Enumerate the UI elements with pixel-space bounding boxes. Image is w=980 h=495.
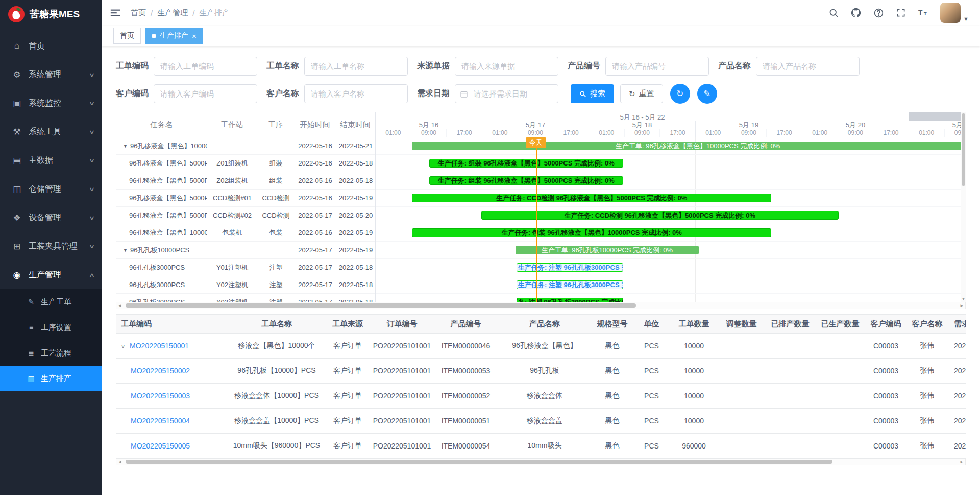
filter-input-r1-2[interactable]	[455, 57, 558, 76]
sidebar-item-system[interactable]: ⚙系统管理∨	[0, 60, 102, 89]
orders-row[interactable]: MO20220515000296孔孔板【10000】PCS客户订单PO20220…	[116, 359, 966, 384]
submenu-item-schedule[interactable]: ▦生产排产	[0, 366, 102, 391]
sidebar-item-equipment[interactable]: ❖设备管理∨	[0, 203, 102, 232]
gantt-bar[interactable]: 生产任务: CCD检测 96孔移液盒【黑色】5000PCS 完成比例: 0%	[481, 211, 839, 220]
sidebar-item-production[interactable]: ◉生产管理∧	[0, 261, 102, 289]
sidebar-item-home[interactable]: ⌂首页	[0, 32, 102, 60]
orders-row[interactable]: MO20220515000510mm吸头【960000】PCS客户订单PO202…	[116, 434, 966, 459]
breadcrumb-item[interactable]: 生产管理	[157, 8, 188, 18]
font-size-icon[interactable]: TT	[917, 6, 930, 19]
filter-input-r1-0[interactable]	[154, 57, 257, 76]
gantt-bar[interactable]: 生产任务: 包装 96孔移液盒【黑色】10000PCS 完成比例: 0%	[412, 228, 771, 237]
app-logo[interactable]: 苦糖果MES	[0, 0, 102, 29]
scrollbar-track[interactable]	[124, 303, 958, 309]
search-button[interactable]: 搜索	[571, 84, 614, 103]
filter-input-r1-3[interactable]	[605, 57, 709, 76]
expand-caret-icon[interactable]: ∨	[121, 343, 125, 350]
help-icon[interactable]	[872, 6, 885, 19]
gantt-bar[interactable]: 生产任务: 注塑 96孔孔板3000PCS 完成比例: 0%	[517, 280, 623, 289]
task-cell: 2022-05-18	[336, 177, 375, 184]
submenu-item-flow[interactable]: ≣工艺流程	[0, 340, 102, 366]
search-icon[interactable]	[827, 6, 840, 19]
scroll-left-arrow[interactable]: ◄	[116, 303, 124, 308]
gantt-task-row[interactable]: 96孔移液盒【黑色】5000PCSZ02组装机组装2022-05-162022-…	[116, 172, 375, 190]
gantt-task-row[interactable]: 96孔移液盒【黑色】5000PCSCCD检测#01CCD检测2022-05-16…	[116, 190, 375, 207]
sidebar-item-tools[interactable]: ⚒系统工具∨	[0, 117, 102, 146]
scroll-left-arrow[interactable]: ◄	[116, 460, 124, 464]
tab-home[interactable]: 首页	[113, 28, 141, 44]
gantt-day-label: 5月 16	[376, 121, 482, 129]
filter-input-r2-0[interactable]	[154, 84, 257, 103]
gantt-bar[interactable]: 生产任务: 组装 96孔移液盒【黑色】5000PCS 完成比例: 0%	[429, 159, 623, 168]
filter-field-r1-3: 产品编号	[568, 57, 709, 76]
gantt-task-row[interactable]: 96孔移液盒【黑色】5000PCSCCD检测#02CCD检测2022-05-17…	[116, 207, 375, 224]
gantt-task-row[interactable]: 96孔孔板3000PCSY03注塑机注塑2022-05-172022-05-18	[116, 294, 375, 302]
sidebar-item-masterdata[interactable]: ▤主数据∨	[0, 146, 102, 175]
gantt-horizontal-scrollbar[interactable]: ◄ ►	[116, 302, 966, 309]
gantt-range-filler	[909, 112, 961, 121]
filter-input-r1-4[interactable]	[756, 57, 860, 76]
orders-horizontal-scrollbar[interactable]: ◄ ►	[116, 459, 966, 465]
scrollbar-thumb[interactable]	[126, 303, 636, 308]
filter-input-r1-1[interactable]	[304, 57, 408, 76]
orders-row[interactable]: ∨MO202205150001移液盒【黑色】10000个客户订单PO202205…	[116, 334, 966, 359]
gantt-vertical-scrollbar[interactable]: ▼	[961, 112, 966, 302]
gantt-task-row[interactable]: 96孔移液盒【黑色】10000PCS包装机包装2022-05-162022-05…	[116, 224, 375, 242]
orders-row[interactable]: MO202205150004移液盒盒盖【10000】PCS客户订单PO20220…	[116, 409, 966, 434]
close-icon[interactable]: ×	[192, 32, 197, 40]
collapse-caret-icon[interactable]: ▼	[123, 144, 128, 149]
workorder-link[interactable]: MO202205150005	[131, 442, 190, 450]
fullscreen-icon[interactable]	[894, 6, 908, 19]
orders-cell: C00003	[865, 409, 906, 434]
reset-button[interactable]: ↻ 重置	[620, 84, 663, 103]
sidebar-item-monitor[interactable]: ▣系统监控∨	[0, 89, 102, 117]
breadcrumb-item[interactable]: 首页	[131, 8, 146, 18]
main-area: 首页/生产管理/生产排产 TT ▼ 首页生产排产× 工单编码工单名称来源单据产品…	[102, 0, 980, 495]
gantt-bar[interactable]: 生产任务: 注塑 96孔孔板3000PCS 完成比例: 0%	[517, 298, 623, 302]
orders-cell	[765, 434, 815, 459]
workorder-link[interactable]: MO202205150002	[131, 367, 190, 375]
gantt-bar[interactable]: 生产工单: 96孔移液盒【黑色】10000PCS 完成比例: 0%	[412, 142, 961, 150]
topbar: 首页/生产管理/生产排产 TT ▼	[102, 0, 980, 26]
avatar[interactable]	[940, 3, 961, 23]
filter-field-r1-4: 产品名称	[718, 57, 860, 76]
workorder-code-cell: MO202205150004	[116, 409, 228, 434]
gantt-task-row[interactable]: ▼96孔移液盒【黑色】10000PCS2022-05-162022-05-21	[116, 137, 375, 155]
hamburger-icon[interactable]	[102, 0, 129, 26]
scroll-right-arrow[interactable]: ►	[958, 460, 965, 464]
filter-input-r2-1[interactable]	[304, 84, 408, 103]
scrollbar-track[interactable]	[124, 459, 958, 465]
user-menu[interactable]: ▼	[940, 3, 969, 23]
tab-schedule[interactable]: 生产排产×	[145, 28, 203, 44]
sidebar-item-fixture[interactable]: ⊞工装夹具管理∨	[0, 232, 102, 261]
scroll-down-arrow[interactable]: ▼	[961, 296, 966, 302]
workorder-link[interactable]: MO202205150001	[130, 342, 189, 350]
gantt-bar[interactable]: 生产任务: CCD检测 96孔移液盒【黑色】5000PCS 完成比例: 0%	[412, 194, 771, 202]
gantt-task-row[interactable]: 96孔移液盒【黑色】5000PCSZ01组装机组装2022-05-162022-…	[116, 155, 375, 172]
github-icon[interactable]	[849, 6, 863, 19]
orders-cell: 客户订单	[325, 334, 370, 359]
edit-circle-button[interactable]: ✎	[697, 84, 717, 104]
process-icon: ≡	[27, 323, 36, 332]
submenu-item-process[interactable]: ≡工序设置	[0, 315, 102, 340]
sidebar: 苦糖果MES ⌂首页⚙系统管理∨▣系统监控∨⚒系统工具∨▤主数据∨◫仓储管理∨❖…	[0, 0, 102, 495]
workorder-link[interactable]: MO202205150003	[131, 392, 190, 400]
scroll-right-arrow[interactable]: ►	[958, 303, 965, 308]
orders-cell: PCS	[633, 409, 670, 434]
orders-row[interactable]: MO202205150003移液盒盒体【10000】PCS客户订单PO20220…	[116, 384, 966, 409]
gantt-task-row[interactable]: 96孔孔板3000PCSY01注塑机注塑2022-05-172022-05-18	[116, 259, 375, 276]
scrollbar-thumb[interactable]	[962, 113, 965, 186]
workorder-link[interactable]: MO202205150004	[131, 417, 190, 425]
refresh-circle-button[interactable]: ↻	[670, 84, 690, 104]
submenu-item-workorder[interactable]: ✎生产工单	[0, 289, 102, 315]
gantt-bar[interactable]: 生产工单: 96孔孔板10000PCS 完成比例: 0%	[516, 246, 699, 254]
collapse-caret-icon[interactable]: ▼	[123, 248, 128, 253]
demand-date-input[interactable]	[455, 84, 558, 103]
gantt-bar[interactable]: 生产任务: 注塑 96孔孔板3000PCS 完成比例: 0%	[517, 263, 623, 272]
scrollbar-thumb[interactable]	[126, 460, 832, 464]
sidebar-item-warehouse[interactable]: ◫仓储管理∨	[0, 175, 102, 203]
gantt-task-row[interactable]: ▼96孔孔板10000PCS2022-05-172022-05-19	[116, 242, 375, 259]
gantt-task-row[interactable]: 96孔孔板3000PCSY02注塑机注塑2022-05-172022-05-18	[116, 276, 375, 294]
breadcrumb-item: 生产排产	[199, 8, 230, 18]
gantt-bar[interactable]: 生产任务: 组装 96孔移液盒【黑色】5000PCS 完成比例: 0%	[429, 176, 623, 185]
